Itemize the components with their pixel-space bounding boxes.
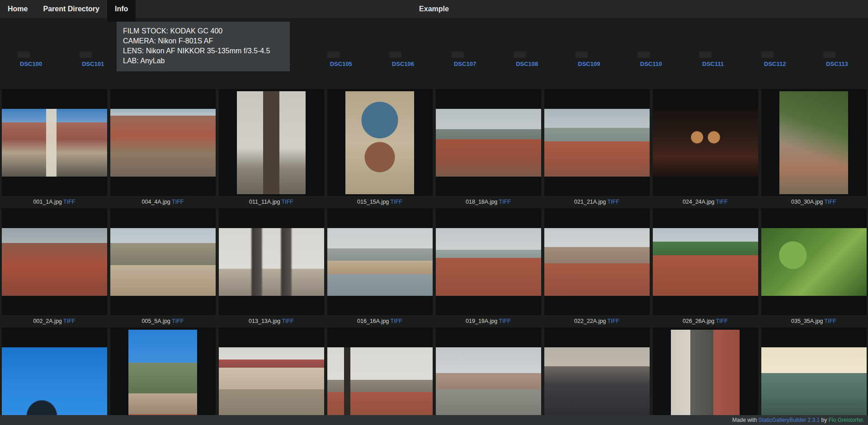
tiff-link[interactable]: TIFF [825, 318, 836, 324]
gallery-cell [434, 327, 542, 425]
photo-thumbnail[interactable] [544, 228, 650, 296]
folder-link-dsc110[interactable]: DSC110 [620, 56, 682, 67]
photo-link[interactable] [2, 208, 107, 315]
nav-item-parent-directory[interactable]: Parent Directory [35, 0, 107, 18]
photo-thumbnail[interactable] [436, 228, 541, 296]
gallery-cell: 019_19A.jpg TIFF [434, 208, 542, 327]
photo-link[interactable] [653, 89, 758, 196]
photo-link[interactable] [761, 327, 867, 425]
photo-caption: 016_16A.jpg TIFF [327, 315, 433, 327]
photo-thumbnail[interactable] [761, 347, 867, 415]
photo-thumbnail[interactable] [327, 347, 433, 415]
tiff-link[interactable]: TIFF [499, 199, 511, 205]
photo-link[interactable] [219, 208, 324, 315]
tiff-link[interactable]: TIFF [282, 318, 294, 324]
photo-thumbnail[interactable] [327, 228, 433, 296]
folder-link-dsc101[interactable]: DSC101 [62, 56, 124, 67]
tiff-link[interactable]: TIFF [63, 318, 75, 324]
gallery-row: 001_1A.jpg TIFF 004_4A.jpg TIFF 011_11A.… [0, 89, 868, 208]
photo-link[interactable] [110, 327, 216, 425]
photo-link[interactable] [327, 89, 433, 196]
nav-items: Home Parent Directory Info [0, 0, 868, 22]
tiff-link[interactable]: TIFF [608, 199, 619, 205]
photo-thumbnail[interactable] [653, 109, 758, 177]
tiff-link[interactable]: TIFF [172, 199, 184, 205]
tiff-link[interactable]: TIFF [172, 318, 184, 324]
photo-thumbnail[interactable] [237, 91, 306, 194]
photo-link[interactable] [110, 208, 216, 315]
photo-caption: 022_22A.jpg TIFF [544, 315, 650, 327]
tiff-link[interactable]: TIFF [716, 199, 728, 205]
photo-link[interactable] [761, 208, 867, 315]
tiff-link[interactable]: TIFF [499, 318, 511, 324]
gallery-cell: 005_5A.jpg TIFF [108, 208, 217, 327]
tiff-link[interactable]: TIFF [608, 318, 619, 324]
photo-link[interactable] [544, 327, 650, 425]
photo-thumbnail[interactable] [544, 109, 650, 177]
photo-thumbnail[interactable] [2, 347, 107, 415]
tiff-link[interactable]: TIFF [282, 199, 293, 205]
photo-caption: 018_18A.jpg TIFF [436, 196, 541, 208]
folder-link-dsc105[interactable]: DSC105 [310, 56, 372, 67]
photo-filename: 019_19A.jpg [466, 318, 497, 324]
gallery-cell: 016_16A.jpg TIFF [326, 208, 434, 327]
photo-link[interactable] [436, 89, 541, 196]
photo-thumbnail[interactable] [345, 91, 414, 194]
photo-thumbnail[interactable] [436, 109, 541, 177]
builder-link[interactable]: StaticGalleryBuilder 2.3.1 [759, 417, 820, 423]
folder-link-dsc108[interactable]: DSC108 [496, 56, 558, 67]
photo-link[interactable] [761, 89, 867, 196]
photo-link[interactable] [110, 89, 216, 196]
photo-thumbnail[interactable] [2, 228, 107, 296]
nav-item-home[interactable]: Home [0, 0, 35, 18]
photo-thumbnail[interactable] [110, 109, 216, 177]
gallery-cell: 002_2A.jpg TIFF [0, 208, 108, 327]
folder-label: DSC101 [62, 61, 124, 67]
gallery-row: 002_2A.jpg TIFF 005_5A.jpg TIFF 013_13A.… [0, 208, 868, 327]
photo-filename: 004_4A.jpg [142, 199, 170, 205]
folder-link-dsc111[interactable]: DSC111 [682, 56, 744, 67]
photo-filename: 002_2A.jpg [33, 318, 62, 324]
photo-link[interactable] [544, 208, 650, 315]
photo-link[interactable] [219, 327, 324, 425]
tiff-link[interactable]: TIFF [391, 318, 402, 324]
photo-thumbnail[interactable] [219, 347, 324, 415]
folder-link-dsc100[interactable]: DSC100 [0, 56, 62, 67]
photo-link[interactable] [653, 327, 758, 425]
photo-link[interactable] [653, 208, 758, 315]
tiff-link[interactable]: TIFF [716, 318, 728, 324]
photo-thumbnail[interactable] [544, 347, 650, 415]
photo-thumbnail[interactable] [653, 228, 758, 296]
photo-thumbnail[interactable] [761, 228, 867, 296]
gallery-cell [542, 327, 651, 425]
photo-thumbnail[interactable] [436, 347, 541, 415]
photo-thumbnail[interactable] [671, 330, 740, 425]
photo-link[interactable] [2, 89, 107, 196]
photo-link[interactable] [327, 208, 433, 315]
photo-link[interactable] [544, 89, 650, 196]
photo-thumbnail[interactable] [110, 228, 216, 296]
photo-thumbnail[interactable] [219, 228, 324, 296]
author-link[interactable]: Flo Greistorfer. [829, 417, 864, 423]
photo-thumbnail[interactable] [779, 91, 848, 194]
photo-filename: 005_5A.jpg [142, 318, 170, 324]
folder-link-dsc112[interactable]: DSC112 [744, 56, 806, 67]
navbar: Home Parent Directory Info Example [0, 0, 868, 18]
folder-link-dsc106[interactable]: DSC106 [372, 56, 434, 67]
folder-link-dsc107[interactable]: DSC107 [434, 56, 496, 67]
tiff-link[interactable]: TIFF [391, 199, 402, 205]
tiff-link[interactable]: TIFF [825, 199, 836, 205]
photo-link[interactable] [327, 327, 433, 425]
photo-thumbnail[interactable] [128, 330, 197, 425]
tiff-link[interactable]: TIFF [63, 199, 75, 205]
photo-thumbnail[interactable] [2, 109, 107, 177]
folder-link-dsc113[interactable]: DSC113 [806, 56, 868, 67]
photo-link[interactable] [436, 208, 541, 315]
info-line-lab: LAB: AnyLab [123, 56, 283, 66]
photo-link[interactable] [219, 89, 324, 196]
footer-made-with: Made with [732, 417, 757, 423]
photo-link[interactable] [436, 327, 541, 425]
photo-link[interactable] [2, 327, 107, 425]
nav-item-info[interactable]: Info [107, 0, 136, 22]
folder-link-dsc109[interactable]: DSC109 [558, 56, 620, 67]
